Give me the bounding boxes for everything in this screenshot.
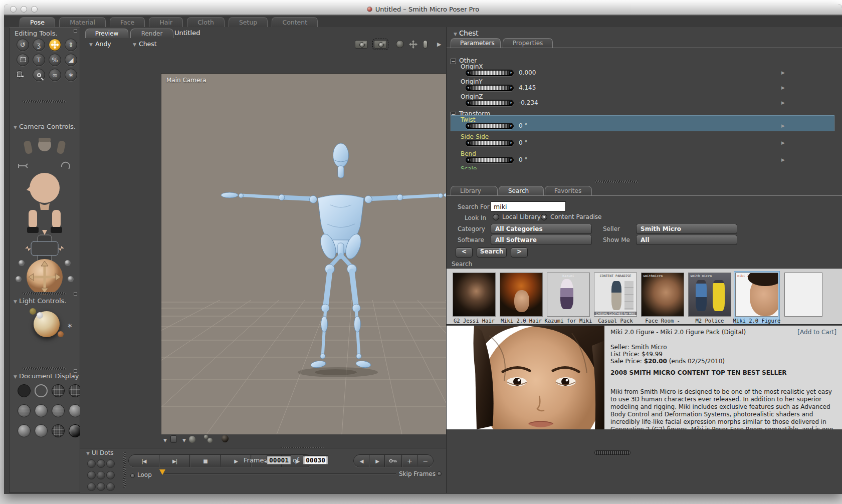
- tab-pose[interactable]: Pose: [20, 17, 55, 28]
- panel-divider[interactable]: [23, 292, 66, 295]
- param-dial[interactable]: [466, 157, 514, 163]
- result-thumb[interactable]: Kazumi Kazumi for Miki: [546, 272, 591, 324]
- horizontal-scrollbar-thumb[interactable]: [594, 450, 630, 455]
- ui-dot[interactable]: [106, 471, 115, 479]
- ui-dot[interactable]: [87, 471, 96, 479]
- first-frame-button[interactable]: |◀: [129, 455, 159, 467]
- tab-face[interactable]: Face: [110, 17, 145, 28]
- magnifier-tool-icon[interactable]: [33, 69, 45, 81]
- param-expand-icon[interactable]: ▶: [781, 157, 785, 162]
- tracking-menu-icon[interactable]: ▼: [182, 438, 186, 443]
- tab-parameters[interactable]: Parameters: [451, 38, 501, 48]
- next-key-button[interactable]: ▶: [369, 455, 385, 467]
- panel-corner-icon[interactable]: [74, 29, 77, 33]
- param-value[interactable]: -0.234: [519, 99, 538, 106]
- loop-indicator-icon[interactable]: [130, 473, 135, 478]
- light-dot-icon[interactable]: [37, 312, 43, 319]
- result-thumb[interactable]: smithmicro Face Room -: [640, 272, 685, 324]
- display-style-flat-shaded-icon[interactable]: [35, 404, 48, 417]
- paint-bucket-tool-icon[interactable]: ◢: [65, 54, 77, 66]
- ui-dot[interactable]: [87, 459, 96, 468]
- tracking-ball-icon[interactable]: [189, 436, 195, 443]
- add-keyframe-button[interactable]: +: [402, 455, 417, 467]
- sun-icon[interactable]: *: [68, 322, 72, 332]
- radio-content-paradise[interactable]: Content Paradise: [541, 213, 601, 220]
- taper-tool-icon[interactable]: T: [33, 54, 45, 66]
- ui-dot[interactable]: [106, 482, 115, 491]
- add-to-cart-link[interactable]: [Add to Cart]: [797, 329, 836, 336]
- software-dropdown[interactable]: All Software: [491, 235, 592, 245]
- depth-cue-icon[interactable]: [170, 435, 177, 443]
- next-page-button[interactable]: >: [511, 247, 528, 258]
- twist-tool-icon[interactable]: ʒ: [33, 39, 45, 51]
- translate-tool-icon[interactable]: [49, 39, 61, 51]
- param-value[interactable]: 0 °: [519, 139, 527, 146]
- panel-corner-icon[interactable]: [74, 369, 77, 373]
- param-dial[interactable]: [466, 70, 514, 76]
- display-style-wireframe-icon[interactable]: [52, 384, 65, 397]
- param-value[interactable]: 0 °: [519, 122, 527, 129]
- last-frame-button[interactable]: ▶|: [159, 455, 190, 467]
- rotate-tool-icon[interactable]: ↺: [17, 39, 29, 51]
- display-style-silhouette-icon[interactable]: [18, 384, 31, 397]
- display-style-lit-wireframe-icon[interactable]: [18, 404, 31, 417]
- delete-keyframe-button[interactable]: −: [417, 455, 433, 467]
- param-expand-icon[interactable]: ▶: [781, 70, 785, 75]
- display-style-flat-lined-icon[interactable]: [52, 404, 65, 417]
- tab-render[interactable]: Render: [130, 29, 173, 38]
- wind-tool-icon[interactable]: ∗: [65, 69, 77, 81]
- chain-break-tool-icon[interactable]: ∞: [49, 69, 61, 81]
- result-thumb-selected[interactable]: miki 2.0 Miki 2.0 Figure: [734, 272, 779, 324]
- ui-dot[interactable]: [97, 459, 105, 468]
- light-indicator-icon[interactable]: [423, 40, 428, 49]
- trackball-icon[interactable]: [396, 40, 404, 48]
- radio-local-library[interactable]: Local Library: [493, 213, 541, 220]
- panel-expand-icon[interactable]: ▶: [437, 41, 441, 48]
- camera-controls-graphic[interactable]: [14, 134, 76, 295]
- param-dial[interactable]: [466, 123, 514, 129]
- param-expand-icon[interactable]: ▶: [781, 140, 785, 145]
- search-input[interactable]: [491, 201, 566, 211]
- camera-icon[interactable]: [355, 40, 368, 49]
- tab-cloth[interactable]: Cloth: [187, 17, 225, 28]
- display-style-smooth-lined-icon[interactable]: [35, 424, 48, 437]
- ui-dot[interactable]: [97, 471, 105, 479]
- tab-preview[interactable]: Preview: [85, 29, 128, 38]
- seller-dropdown[interactable]: Smith Micro: [636, 224, 737, 234]
- param-expand-icon[interactable]: ▶: [781, 123, 785, 128]
- tab-setup[interactable]: Setup: [229, 17, 268, 28]
- actor-menu[interactable]: ▼Chest: [133, 40, 157, 48]
- tab-search[interactable]: Search: [499, 186, 544, 195]
- category-dropdown[interactable]: All Categories: [491, 224, 592, 234]
- group-tool-icon[interactable]: [17, 70, 23, 79]
- prev-page-button[interactable]: <: [456, 247, 473, 258]
- tab-properties[interactable]: Properties: [503, 38, 553, 48]
- shadow-ball-icon[interactable]: [222, 435, 229, 442]
- light-dot-icon[interactable]: [58, 331, 64, 337]
- total-frames-field[interactable]: 00030: [303, 455, 328, 464]
- depth-cue-menu-icon[interactable]: ▼: [163, 438, 167, 443]
- scale-tool-icon[interactable]: [17, 54, 29, 66]
- skip-frames-indicator-icon[interactable]: [437, 471, 442, 476]
- parameters-header[interactable]: ▼Chest: [454, 29, 479, 37]
- panel-divider[interactable]: [123, 452, 126, 487]
- timeline-track[interactable]: [164, 473, 396, 475]
- result-thumb[interactable]: Miki 2.0 Hair: [499, 272, 544, 324]
- param-value[interactable]: 4.145: [519, 84, 536, 91]
- param-dial[interactable]: [466, 140, 514, 146]
- tab-library[interactable]: Library: [451, 186, 498, 195]
- multi-ball-icon[interactable]: [207, 438, 213, 443]
- translate-inout-tool-icon[interactable]: ⇕: [65, 39, 77, 51]
- keyframe-key-button[interactable]: [385, 455, 402, 467]
- param-dial[interactable]: [466, 100, 514, 106]
- param-expand-icon[interactable]: ▶: [781, 85, 785, 90]
- display-style-texture-shaded-icon[interactable]: [52, 424, 65, 437]
- ui-dot[interactable]: [106, 459, 115, 468]
- result-thumb[interactable]: G2 Jessi Hair: [452, 272, 497, 324]
- ui-dot[interactable]: [87, 482, 96, 491]
- param-dial[interactable]: [466, 85, 514, 91]
- tab-hair[interactable]: Hair: [149, 17, 183, 28]
- tab-favorites[interactable]: Favorites: [545, 186, 592, 195]
- panel-divider[interactable]: [23, 367, 66, 370]
- param-expand-icon[interactable]: ▶: [781, 100, 785, 105]
